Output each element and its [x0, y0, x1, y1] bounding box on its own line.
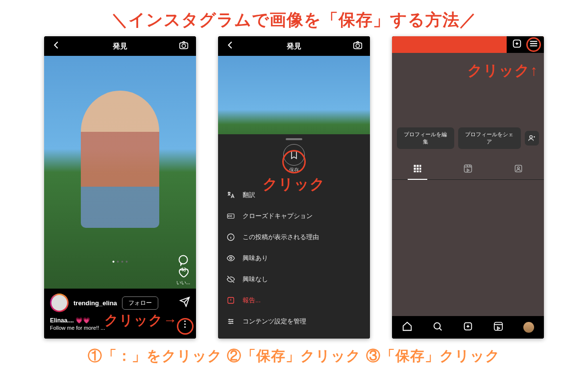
info-icon — [226, 233, 236, 242]
nav-reels-icon[interactable] — [493, 321, 504, 334]
profile-tabs — [392, 155, 544, 180]
sheet-item-why[interactable]: この投稿が表示される理由 — [218, 226, 370, 247]
sheet-item-label: コンテンツ設定を管理 — [243, 317, 306, 326]
sheet-item-label: 興味なし — [243, 275, 268, 284]
photo-subject — [81, 91, 159, 228]
sheet-item-interested[interactable]: 興味あり — [218, 247, 370, 269]
eye-off-icon — [226, 275, 236, 284]
svg-rect-14 — [414, 168, 416, 170]
svg-point-22 — [517, 167, 519, 169]
svg-point-7 — [230, 257, 232, 260]
svg-point-10 — [530, 136, 532, 138]
header-title: 発見 — [113, 42, 127, 51]
svg-rect-17 — [414, 171, 416, 172]
svg-rect-13 — [419, 165, 421, 167]
svg-rect-16 — [419, 168, 421, 170]
discover-people-button[interactable] — [525, 131, 539, 146]
camera-icon[interactable] — [352, 40, 363, 52]
explore-header: 発見 — [218, 36, 370, 56]
cc-icon — [226, 212, 236, 220]
profile-action-row: プロフィールを編集 プロフィールをシェア — [392, 122, 544, 155]
username[interactable]: trending_elina — [74, 299, 117, 307]
avatar[interactable] — [50, 294, 69, 312]
svg-rect-19 — [419, 171, 421, 172]
post-photo[interactable]: いい... — [44, 56, 196, 289]
share-button[interactable] — [179, 296, 190, 309]
sheet-item-label: 翻訳 — [243, 191, 255, 199]
tab-reels[interactable] — [463, 160, 473, 179]
follow-button[interactable]: フォロー — [122, 296, 158, 310]
sheet-item-cc[interactable]: クローズドキャプション — [218, 205, 370, 226]
tab-tagged[interactable] — [514, 160, 523, 179]
svg-rect-11 — [414, 165, 416, 167]
svg-point-1 — [182, 44, 185, 48]
phone-2-action-sheet: 発見 保存 翻訳 クローズドキャプション この投稿が表示される理由 — [218, 36, 370, 339]
svg-rect-12 — [416, 165, 418, 167]
phone-3-profile: プロフィールを編集 プロフィールをシェア クリック↑ — [392, 36, 544, 339]
bottom-instruction-caption: ①「：」をクリック ②「保存」クリック ③「保存」クリック — [0, 339, 588, 366]
share-profile-button[interactable]: プロフィールをシェア — [458, 127, 521, 149]
nav-new-post-icon[interactable] — [463, 321, 473, 334]
highlight-circle-more — [177, 318, 194, 335]
phone-screenshots-row: 発見 いい... 43 — [0, 36, 588, 339]
svg-rect-18 — [416, 171, 418, 172]
sheet-item-label: 報告... — [243, 296, 261, 305]
eye-icon — [226, 254, 236, 263]
annotation-click-up: クリック↑ — [467, 61, 538, 81]
phone-1-explore-post: 発見 いい... 43 — [44, 36, 196, 339]
svg-point-4 — [356, 44, 359, 48]
sheet-item-report[interactable]: 報告... — [218, 290, 370, 311]
nav-search-icon[interactable] — [432, 321, 443, 334]
carousel-dots — [113, 261, 128, 263]
like-label: いい... — [176, 279, 190, 286]
redacted-header-band — [392, 36, 544, 53]
back-icon[interactable] — [225, 40, 236, 52]
highlight-circle-menu — [526, 37, 541, 52]
new-post-icon[interactable] — [512, 38, 522, 51]
annotation-click: クリック — [263, 174, 325, 195]
camera-icon[interactable] — [178, 40, 189, 52]
nav-home-icon[interactable] — [402, 321, 413, 334]
settings-icon — [226, 317, 236, 326]
sheet-item-label: クローズドキャプション — [243, 212, 313, 220]
sheet-handle[interactable] — [286, 138, 302, 140]
annotation-click-right: クリック→ — [104, 311, 177, 330]
sheet-item-label: この投稿が表示される理由 — [243, 233, 319, 242]
bottom-nav — [392, 316, 544, 339]
back-icon[interactable] — [51, 40, 62, 52]
sheet-item-manage-content[interactable]: コンテンツ設定を管理 — [218, 311, 370, 332]
tab-grid[interactable] — [413, 160, 422, 179]
svg-point-2 — [179, 256, 188, 264]
highlight-circle-save — [282, 150, 306, 173]
translate-icon — [226, 191, 236, 199]
header-title: 発見 — [287, 42, 301, 51]
edit-profile-button[interactable]: プロフィールを編集 — [397, 127, 454, 149]
svg-point-23 — [434, 323, 441, 329]
sheet-item-label: 興味あり — [243, 254, 268, 263]
svg-rect-15 — [416, 168, 418, 170]
explore-header: 発見 — [44, 36, 196, 56]
report-icon — [226, 296, 236, 305]
nav-profile-avatar[interactable] — [523, 322, 534, 333]
comment-count: 43 — [180, 267, 186, 272]
sheet-item-not-interested[interactable]: 興味なし — [218, 269, 370, 290]
page-title: ＼インスタグラムで画像を「保存」する方法／ — [0, 0, 588, 36]
profile-grid-empty — [392, 180, 544, 337]
comment-button[interactable]: 43 — [177, 254, 189, 272]
